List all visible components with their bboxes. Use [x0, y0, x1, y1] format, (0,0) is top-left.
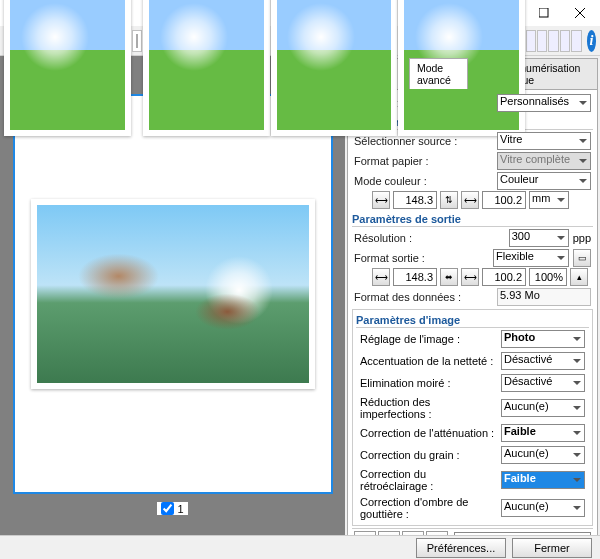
- width-icon: ⟷: [372, 191, 390, 209]
- unit-select[interactable]: mm: [529, 191, 569, 209]
- output-pct[interactable]: [529, 268, 567, 286]
- adjust-preset-select[interactable]: Personnalisée: [454, 532, 591, 535]
- adjust-select[interactable]: Photo: [501, 330, 585, 348]
- fmt-label: Format sortie :: [354, 252, 489, 264]
- prefs-button[interactable]: Préférences...: [416, 538, 506, 558]
- thumbnail-photo-icon[interactable]: [4, 0, 131, 136]
- maximize-button[interactable]: [526, 0, 562, 26]
- res-select[interactable]: 300: [509, 229, 569, 247]
- curves-icon[interactable]: ◢: [426, 531, 448, 535]
- svg-rect-0: [539, 8, 548, 17]
- thumbnail-photo3-icon[interactable]: [271, 0, 398, 136]
- brightness-icon[interactable]: ◐: [378, 531, 400, 535]
- fav-params-select[interactable]: Personnalisés: [497, 94, 591, 112]
- fade-label: Correction de l'atténuation :: [360, 427, 495, 439]
- out-lock-icon[interactable]: ⬌: [440, 268, 458, 286]
- rotate-left-icon[interactable]: [560, 30, 570, 52]
- output-width[interactable]: [393, 268, 437, 286]
- crop-tool3-icon[interactable]: [548, 30, 558, 52]
- crop-tool-icon[interactable]: [526, 30, 536, 52]
- adjust-label: Réglage de l'image :: [360, 333, 495, 345]
- imperf-label: Réduction des imperfections :: [360, 396, 495, 420]
- bottom-bar: Préférences... Fermer: [0, 535, 600, 559]
- paper-label: Format papier :: [354, 155, 493, 167]
- backlight-label: Correction du rétroéclairage :: [360, 468, 495, 492]
- output-header: Paramètres de sortie: [352, 212, 593, 227]
- out-width-icon: ⟷: [372, 268, 390, 286]
- imperf-select[interactable]: Aucun(e): [501, 399, 585, 417]
- out-height-icon: ⟷: [461, 268, 479, 286]
- source-select[interactable]: Vitre: [497, 132, 591, 150]
- orientation-icon[interactable]: ▭: [573, 249, 591, 267]
- preview-number: 1: [177, 503, 183, 515]
- fmt-select[interactable]: Flexible: [493, 249, 569, 267]
- fade-select[interactable]: Faible: [501, 424, 585, 442]
- gutter-label: Correction d'ombre de gouttière :: [360, 496, 495, 520]
- gutter-select[interactable]: Aucun(e): [501, 499, 585, 517]
- image-header: Paramètres d'image: [356, 313, 589, 328]
- histogram-icon[interactable]: ▲: [402, 531, 424, 535]
- preview-checkbox[interactable]: 1: [157, 502, 187, 515]
- color-select[interactable]: Couleur: [497, 172, 591, 190]
- paper-select: Vitre complète: [497, 152, 591, 170]
- info-icon[interactable]: i: [587, 30, 596, 52]
- res-label: Résolution :: [354, 232, 505, 244]
- color-label: Mode couleur :: [354, 175, 493, 187]
- color-balance-icon[interactable]: [354, 531, 376, 535]
- crop-tool2-icon[interactable]: [537, 30, 547, 52]
- res-unit: ppp: [573, 232, 591, 244]
- preview-frame[interactable]: [13, 94, 333, 494]
- input-width[interactable]: [393, 191, 437, 209]
- output-height[interactable]: [482, 268, 526, 286]
- close-app-button[interactable]: Fermer: [512, 538, 592, 558]
- moire-select[interactable]: Désactivé: [501, 374, 585, 392]
- preview-check-input[interactable]: [161, 502, 174, 515]
- data-label: Format des données :: [354, 291, 493, 303]
- toolbar: i: [0, 26, 600, 56]
- close-button[interactable]: [562, 0, 598, 26]
- grain-select[interactable]: Aucun(e): [501, 446, 585, 464]
- input-height[interactable]: [482, 191, 526, 209]
- thumbnail-doc-icon[interactable]: [132, 30, 142, 52]
- rotate-right-icon[interactable]: [571, 30, 581, 52]
- tab-advanced[interactable]: Mode avancé: [409, 58, 469, 89]
- pct-up-icon[interactable]: ▴: [570, 268, 588, 286]
- height-icon: ⟷: [461, 191, 479, 209]
- backlight-select[interactable]: Faible: [501, 471, 585, 489]
- lock-ratio-icon[interactable]: ⇅: [440, 191, 458, 209]
- sharpen-label: Accentuation de la netteté :: [360, 355, 495, 367]
- thumbnail-photo2-icon[interactable]: [143, 0, 270, 136]
- sharpen-select[interactable]: Désactivé: [501, 352, 585, 370]
- source-label: Sélectionner source :: [354, 135, 493, 147]
- grain-label: Correction du grain :: [360, 449, 495, 461]
- data-size: 5.93 Mo: [497, 288, 591, 306]
- moire-label: Elimination moiré :: [360, 377, 495, 389]
- preview-image: [31, 199, 315, 389]
